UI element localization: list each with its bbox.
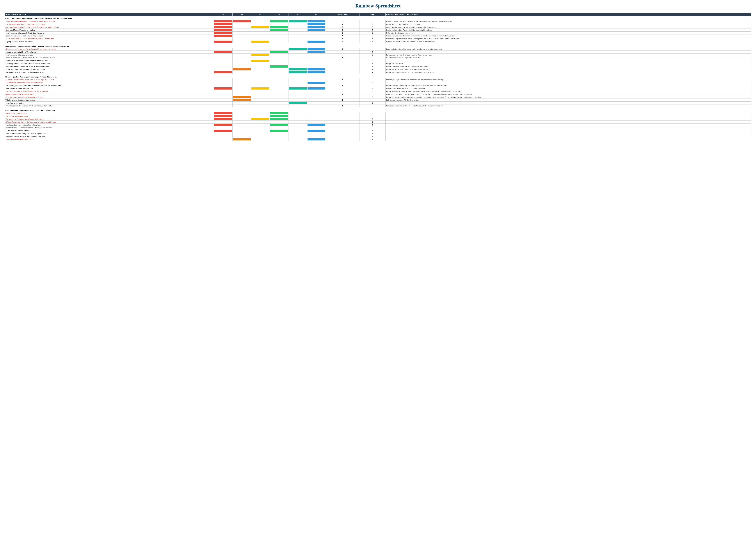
participant-cell-p1 [214, 35, 232, 37]
participant-cell-p2 [232, 51, 251, 53]
row-text: I double click the sent request button t… [5, 59, 214, 62]
participant-cell-p4 [270, 115, 288, 118]
participant-cell-p6 [307, 87, 326, 90]
participant-cell-p5 [288, 101, 307, 104]
solution-cell: I have to change the Heading title of In… [386, 84, 751, 87]
participant-cell-p1 [214, 84, 232, 87]
participant-cell-p5 [288, 51, 307, 53]
error-rate-cell [326, 129, 360, 132]
participant-cell-p4 [270, 127, 288, 129]
participant-cell-p2 [232, 37, 251, 40]
participant-cell-p5 [288, 71, 307, 74]
participant-cell-p3 [251, 121, 270, 124]
participant-cell-p1 [214, 96, 232, 99]
participant-cell-p1 [214, 62, 232, 65]
participant-cell-p2 [232, 84, 251, 87]
row-text: I prefer to have a home button to exit f… [5, 71, 214, 74]
participant-cell-p6 [307, 26, 326, 29]
participant-cell-p5 [288, 127, 307, 129]
error-rate-cell [326, 124, 360, 127]
row-text: Sign up as Tattoo Artist is not obvious [5, 40, 214, 43]
participant-cell-p6 [307, 104, 326, 107]
participant-cell-p2 [232, 48, 251, 51]
participant-cell-p3 [251, 26, 270, 29]
participant-cell-p1 [214, 90, 232, 93]
section-header-label: Negative Quotes - Any negative soundbyte… [5, 75, 751, 78]
participant-cell-p4 [270, 32, 288, 35]
participant-cell-p3 [251, 93, 270, 96]
participant-cell-p5 [288, 65, 307, 68]
section-header-label: Positive Quotes - Any positive soundbyte… [5, 108, 751, 112]
participant-cell-p5 [288, 96, 307, 99]
participant-cell-p2 [232, 29, 251, 32]
row-text: I like the Hamburger icon as it gives me… [5, 121, 214, 124]
participant-cell-p4 [270, 104, 288, 107]
error-rate-cell: 3 [326, 29, 360, 32]
participant-cell-p6 [307, 90, 326, 93]
row-text: How can I update the availability later? [5, 93, 214, 96]
participant-cell-p5 [288, 59, 307, 62]
participant-cell-p1 [214, 138, 232, 141]
participant-cell-p4 [270, 26, 288, 29]
solution-cell [386, 121, 751, 124]
solution-cell [386, 129, 751, 132]
participant-cell-p2 [232, 112, 251, 115]
participant-cell-p1 [214, 81, 232, 84]
header-p4: P4 [270, 14, 288, 16]
participant-cell-p3 [251, 40, 270, 43]
row-text: As the tattoo artist I want to skip some… [5, 68, 214, 71]
total-cell: 4 [359, 132, 386, 135]
participant-cell-p5 [288, 56, 307, 59]
participant-cell-p6 [307, 96, 326, 99]
participant-cell-p2 [232, 124, 251, 127]
total-cell: 3 [359, 112, 386, 115]
error-rate-cell [326, 53, 360, 56]
participant-cell-p3 [251, 135, 270, 138]
total-cell: 2 [359, 96, 386, 99]
participant-cell-p6 [307, 115, 326, 118]
participant-cell-p3 [251, 23, 270, 26]
participant-cell-p1 [214, 68, 232, 71]
participant-cell-p5 [288, 118, 307, 121]
participant-cell-p4 [270, 99, 288, 101]
total-cell: 6 [359, 29, 386, 32]
participant-cell-p3 [251, 101, 270, 104]
participant-cell-p1 [214, 29, 232, 32]
participant-cell-p6 [307, 81, 326, 84]
participant-cell-p6 [307, 112, 326, 115]
participant-cell-p4 [270, 68, 288, 71]
error-rate-cell [326, 65, 360, 68]
participant-cell-p3 [251, 29, 270, 32]
error-rate-cell: 4 [326, 35, 360, 37]
participant-cell-p2 [232, 65, 251, 68]
solution-cell: On tattoos detail screen I might add Sav… [386, 56, 751, 59]
solution-cell: Rethink the Create board screens flows [386, 32, 751, 35]
participant-cell-p2 [232, 62, 251, 65]
total-cell [359, 104, 386, 107]
solution-cell [386, 118, 751, 121]
row-text: All the icons are familiar with me [5, 129, 214, 132]
total-cell: 4 [359, 40, 386, 43]
participant-cell-p3 [251, 68, 270, 71]
participant-cell-p6 [307, 48, 326, 51]
participant-cell-p2 [232, 59, 251, 62]
solution-cell: I can add a note on top of the screen wi… [386, 104, 751, 107]
participant-cell-p5 [288, 29, 307, 32]
solution-cell [386, 59, 751, 62]
header-solutions: POSSIBLE SOLUTIONS & NEXT STEPS [386, 14, 751, 16]
row-text: Tribal is twice on the tattoo style scre… [5, 99, 214, 101]
participant-cell-p4 [270, 23, 288, 26]
row-text: I create an account with the User plus i… [5, 51, 214, 53]
error-rate-cell [326, 135, 360, 138]
participant-cell-p5 [288, 138, 307, 141]
participant-cell-p4 [270, 135, 288, 138]
error-rate-cell [326, 96, 360, 99]
header-main: MOBILE USABILITY TEST [5, 14, 214, 16]
participant-cell-p3 [251, 87, 270, 90]
solution-cell: Design the Input of the Footer with high… [386, 29, 751, 32]
participant-cell-p5 [288, 104, 307, 107]
row-text: The colors for calendar availability sho… [5, 90, 214, 93]
participant-cell-p3 [251, 78, 270, 81]
solution-cell: Create a new screen before the registrat… [386, 35, 751, 37]
participant-cell-p4 [270, 112, 288, 115]
